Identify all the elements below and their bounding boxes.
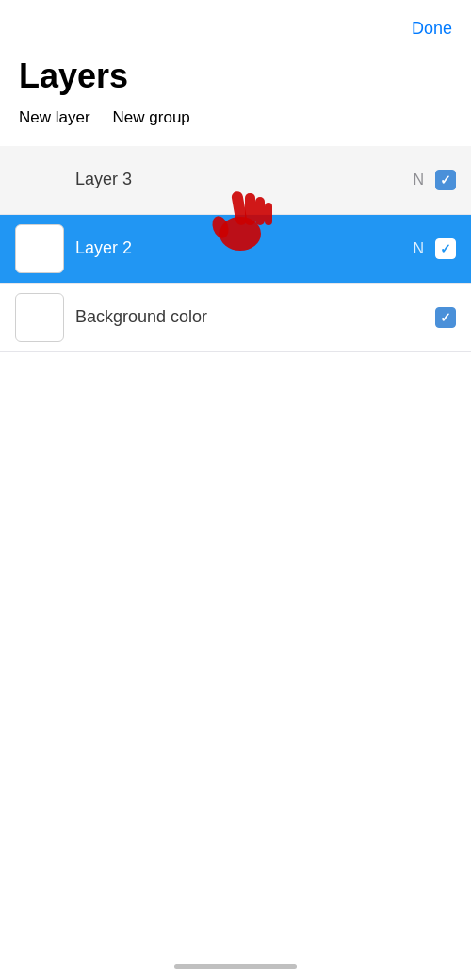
done-button[interactable]: Done <box>412 15 452 42</box>
table-row[interactable]: Layer 3 N ✓ <box>0 146 471 215</box>
new-layer-button[interactable]: New layer <box>19 108 90 127</box>
page-title: Layers <box>19 57 452 95</box>
layer-mode: N <box>413 172 424 188</box>
home-indicator <box>174 964 297 969</box>
layer-visibility-checkbox[interactable]: ✓ <box>435 307 456 328</box>
layer-visibility-checkbox[interactable]: ✓ <box>435 238 456 259</box>
checkmark-icon: ✓ <box>440 311 451 324</box>
actions-row: New layer New group <box>19 103 452 139</box>
layer-name: Background color <box>75 307 435 327</box>
layer-thumbnail <box>15 155 64 204</box>
checkmark-icon: ✓ <box>440 242 451 255</box>
checkmark-icon: ✓ <box>440 173 451 187</box>
layer-thumbnail <box>15 293 64 342</box>
layer-thumbnail <box>15 224 64 273</box>
title-section: Layers New layer New group <box>0 50 471 142</box>
layer-mode: N <box>413 240 424 257</box>
table-row[interactable]: Layer 2 N ✓ <box>0 215 471 283</box>
table-row[interactable]: Background color ✓ <box>0 283 471 352</box>
header: Done <box>0 0 471 50</box>
new-group-button[interactable]: New group <box>113 108 190 127</box>
layer-name: Layer 3 <box>75 170 413 189</box>
layer-name: Layer 2 <box>75 238 413 258</box>
layers-list: Layer 3 N ✓ Layer 2 N ✓ Background color… <box>0 146 471 352</box>
layer-visibility-checkbox[interactable]: ✓ <box>435 170 456 190</box>
